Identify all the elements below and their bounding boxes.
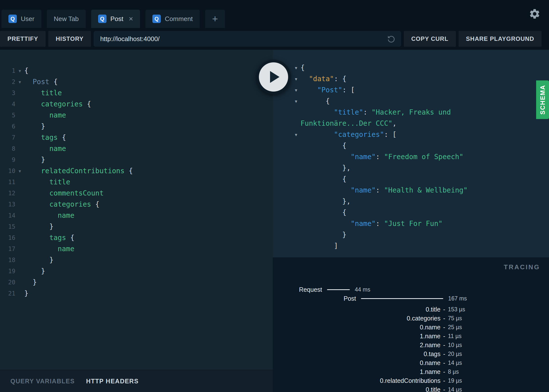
line-number: 12 bbox=[0, 190, 15, 197]
query-variables-tab[interactable]: QUERY VARIABLES bbox=[10, 378, 75, 385]
fold-arrow-icon[interactable]: ▾ bbox=[15, 68, 24, 74]
fold-arrow-icon[interactable]: ▾ bbox=[15, 79, 24, 85]
code-line: { bbox=[292, 140, 549, 151]
code-line: ▾ "categories": [ bbox=[292, 129, 549, 140]
http-headers-tab[interactable]: HTTP HEADERS bbox=[86, 378, 139, 385]
code-line: ▾ { bbox=[292, 96, 549, 107]
execute-button[interactable] bbox=[256, 60, 291, 94]
tracing-resolver-row: Post 167 ms bbox=[273, 294, 549, 303]
code-line[interactable]: 9 } bbox=[0, 154, 273, 165]
tab-user[interactable]: Q User bbox=[1, 10, 41, 28]
code-line[interactable]: 15 } bbox=[0, 221, 273, 232]
code-line: } bbox=[292, 229, 549, 240]
tracing-title: TRACING bbox=[504, 263, 540, 271]
code-line: ▾ "data": { bbox=[292, 73, 549, 84]
code-line[interactable]: 3 title bbox=[0, 87, 273, 98]
code-line[interactable]: 21} bbox=[0, 288, 273, 299]
code-line[interactable]: 20 } bbox=[0, 277, 273, 288]
code-text: { bbox=[301, 142, 346, 150]
tab-comment[interactable]: Q Comment bbox=[145, 10, 200, 28]
query-editor[interactable]: 1▾{2▾ Post {3 title4 categories {5 name6… bbox=[0, 50, 273, 370]
code-line: { bbox=[292, 173, 549, 185]
code-line: ▾ "Post": [ bbox=[292, 84, 549, 96]
code-text: categories { bbox=[24, 200, 99, 208]
code-line: ] bbox=[292, 240, 549, 251]
line-number: 8 bbox=[0, 145, 15, 152]
execute-button-face bbox=[259, 62, 288, 92]
code-line[interactable]: 5 name bbox=[0, 110, 273, 121]
code-line[interactable]: 8 name bbox=[0, 143, 273, 154]
code-line[interactable]: 4 categories { bbox=[0, 98, 273, 110]
code-text: "title": "Hacker, Freaks und bbox=[301, 108, 451, 116]
line-number: 10 bbox=[0, 168, 15, 174]
code-line[interactable]: 1▾{ bbox=[0, 65, 273, 76]
code-line: { bbox=[292, 207, 549, 218]
code-text: } bbox=[301, 231, 346, 239]
reload-icon[interactable] bbox=[387, 34, 396, 43]
code-line[interactable]: 11 title bbox=[0, 176, 273, 188]
line-number: 5 bbox=[0, 112, 15, 119]
tracing-label: Post bbox=[273, 295, 356, 302]
fold-arrow-icon[interactable]: ▾ bbox=[292, 87, 301, 93]
fold-arrow-icon[interactable]: ▾ bbox=[15, 168, 24, 174]
tracing-row: 0.title-153 µs bbox=[273, 305, 549, 314]
fold-arrow-icon[interactable]: ▾ bbox=[292, 76, 301, 82]
tracing-row: 0.relatedContributions-19 µs bbox=[273, 376, 549, 385]
code-line[interactable]: 10▾ relatedContributions { bbox=[0, 165, 273, 176]
code-line: }, bbox=[292, 162, 549, 173]
tab-new-tab[interactable]: New Tab bbox=[47, 10, 86, 28]
code-line[interactable]: 6 } bbox=[0, 121, 273, 132]
add-tab-button[interactable]: + bbox=[205, 10, 225, 28]
fold-arrow-icon[interactable]: ▾ bbox=[292, 98, 301, 104]
code-text: relatedContributions { bbox=[24, 167, 133, 175]
tracing-row: 1.name-8 µs bbox=[273, 367, 549, 376]
code-text: }, bbox=[301, 164, 351, 172]
history-button[interactable]: HISTORY bbox=[48, 31, 91, 47]
tracing-row: 0.categories-75 µs bbox=[273, 314, 549, 323]
code-text: title bbox=[24, 178, 70, 186]
share-playground-button[interactable]: SHARE PLAYGROUND bbox=[459, 31, 542, 47]
code-line[interactable]: 18 } bbox=[0, 254, 273, 266]
line-number: 9 bbox=[0, 156, 15, 163]
tracing-panel: TRACING Request 44 ms Post 167 ms 0.titl… bbox=[273, 257, 549, 392]
code-line[interactable]: 17 name bbox=[0, 243, 273, 254]
code-text: Post { bbox=[24, 78, 58, 86]
endpoint-url-input[interactable] bbox=[94, 31, 401, 47]
code-line[interactable]: 19 } bbox=[0, 266, 273, 277]
tab-label: Post bbox=[110, 15, 123, 23]
code-text: tags { bbox=[24, 234, 74, 242]
prettify-button[interactable]: PRETTIFY bbox=[0, 31, 46, 47]
code-text: "name": "Freedom of Speech" bbox=[301, 153, 463, 161]
tab-label: User bbox=[21, 15, 34, 23]
code-line[interactable]: 13 categories { bbox=[0, 199, 273, 210]
code-line[interactable]: 12 commentsCount bbox=[0, 188, 273, 199]
close-tab-icon[interactable]: × bbox=[129, 15, 133, 23]
code-text: } bbox=[24, 267, 45, 275]
schema-tab[interactable]: SCHEMA bbox=[536, 80, 549, 119]
settings-gear-icon[interactable] bbox=[529, 8, 541, 20]
fold-arrow-icon[interactable]: ▾ bbox=[292, 65, 301, 71]
code-line: ▾{ bbox=[292, 62, 549, 73]
line-number: 7 bbox=[0, 134, 15, 141]
fold-arrow-icon[interactable]: ▾ bbox=[292, 132, 301, 137]
result-pane: ▾{▾ "data": {▾ "Post": [▾ { "title": "Ha… bbox=[273, 50, 549, 392]
line-number: 4 bbox=[0, 101, 15, 108]
copy-curl-button[interactable]: COPY CURL bbox=[404, 31, 456, 47]
code-text: } bbox=[24, 122, 45, 130]
code-text: } bbox=[24, 222, 54, 231]
code-text: { bbox=[24, 67, 28, 75]
code-line[interactable]: 16 tags { bbox=[0, 232, 273, 243]
code-line[interactable]: 2▾ Post { bbox=[0, 76, 273, 87]
code-line: "name": "Freedom of Speech" bbox=[292, 151, 549, 162]
line-number: 18 bbox=[0, 257, 15, 264]
code-line[interactable]: 7 tags { bbox=[0, 132, 273, 143]
duration-bar bbox=[361, 298, 443, 299]
code-line[interactable]: 14 name bbox=[0, 210, 273, 221]
code-line: Funktionäre...Der CCC", bbox=[292, 118, 549, 129]
query-badge-icon: Q bbox=[98, 15, 107, 23]
line-number: 15 bbox=[0, 223, 15, 230]
line-number: 2 bbox=[0, 78, 15, 85]
code-text: { bbox=[301, 97, 330, 105]
tab-post[interactable]: Q Post × bbox=[91, 10, 140, 28]
code-text: Funktionäre...Der CCC", bbox=[301, 119, 397, 127]
